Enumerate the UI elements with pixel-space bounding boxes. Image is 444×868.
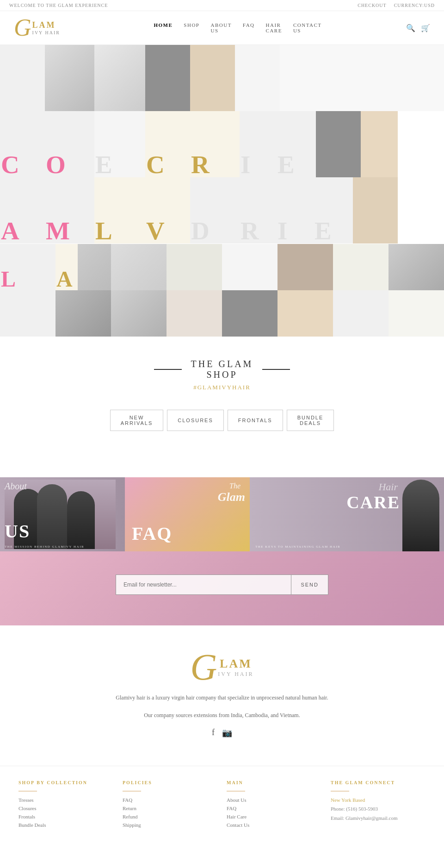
faq-the: The [229, 482, 240, 490]
navigation: G LAM IVY HAIR HOME SHOP ABOUT US FAQ HA… [0, 11, 444, 45]
footer-logo-section: G LAM IVY HAIR Glamivy hair is a luxury … [0, 625, 444, 766]
mosaic-cell [280, 45, 444, 111]
footer-big-logo[interactable]: G LAM IVY HAIR [191, 649, 254, 686]
btn-closures[interactable]: CLOSURES [167, 410, 224, 431]
search-icon[interactable]: 🔍 [406, 24, 415, 32]
logo[interactable]: G LAM IVY HAIR [14, 16, 69, 40]
footer-connect-divider [331, 791, 349, 792]
divider-line-right [262, 369, 290, 370]
mosaic-cell: V [145, 177, 190, 244]
btn-frontals[interactable]: FRONTALS [228, 410, 283, 431]
mosaic-cell [111, 290, 166, 337]
footer-link-closures[interactable]: Closures [18, 806, 113, 811]
care-subtitle: THE KEYS TO MAINTAINING GLAM HAIR [255, 545, 340, 549]
divider-line-left [154, 369, 182, 370]
about-card[interactable]: About US THE MISSION BEHIND GLAMIVY HAIR [0, 477, 125, 551]
nav-home[interactable]: HOME [154, 22, 173, 28]
mosaic-cell: D [190, 177, 240, 244]
mosaic-cell [316, 111, 361, 177]
cart-icon[interactable]: 🛒 [421, 24, 430, 32]
care-script: Hair [378, 481, 398, 493]
footer-link-refund[interactable]: Refund [123, 814, 217, 819]
mosaic-cell [190, 45, 235, 111]
footer-email: Email: Glamivyhair@gmail.com [331, 814, 426, 823]
shop-buttons: NEWARRIVALS CLOSURES FRONTALS BUNDLEDEAL… [0, 410, 444, 431]
footer-link-return[interactable]: Return [123, 806, 217, 811]
nav-shop[interactable]: SHOP [184, 22, 199, 28]
logo-g-letter: G [14, 16, 31, 40]
mosaic-cell [388, 290, 444, 337]
mosaic-cell: C [145, 111, 190, 177]
btn-bundle-deals[interactable]: BUNDLEDEALS [287, 410, 334, 431]
mosaic-cell [278, 244, 333, 290]
newsletter-send-button[interactable]: SEND [291, 575, 328, 594]
logo-glam: LAM [32, 20, 60, 30]
footer-link-contact-us[interactable]: Contact Us [227, 822, 321, 828]
mosaic-cell [45, 45, 94, 111]
logo-text: LAM IVY HAIR [32, 20, 60, 35]
mosaic-cell: R [240, 177, 277, 244]
mosaic-cell [222, 290, 278, 337]
footer-link-faq-policy[interactable]: FAQ [123, 797, 217, 803]
nav-hair-care[interactable]: HAIR CARE [266, 22, 282, 33]
footer-link-frontals[interactable]: Frontals [18, 814, 113, 819]
store-hashtag: #GLAMIVYHAIR [9, 384, 435, 391]
footer-location: New York Based [331, 797, 426, 803]
footer-logo-glam: LAM [218, 657, 253, 671]
footer-social: f 📷 [9, 728, 435, 738]
footer-link-faq-main[interactable]: FAQ [227, 806, 321, 811]
mosaic-cell [166, 244, 222, 290]
mosaic-cell: A [56, 244, 111, 290]
footer-link-about-us[interactable]: About Us [227, 797, 321, 803]
footer-link-hair-care[interactable]: Hair Care [227, 814, 321, 819]
footer-col-shop: SHOP BY COLLECTION Tresses Closures Fron… [18, 780, 113, 831]
footer-columns: SHOP BY COLLECTION Tresses Closures Fron… [0, 766, 444, 844]
care-title: CARE [346, 492, 400, 512]
instagram-icon[interactable]: 📷 [222, 728, 232, 738]
welcome-text: WELCOME TO THE GLAM EXPERIENCE [9, 3, 108, 8]
mosaic-cell: A [0, 177, 45, 244]
footer-shop-title: SHOP BY COLLECTION [18, 780, 113, 785]
mosaic-cell [0, 290, 56, 337]
currency-selector[interactable]: CURRENCY:USD [394, 3, 435, 8]
mosaic-cell [145, 45, 190, 111]
mosaic-cell: O [45, 111, 94, 177]
footer-description-1: Glamivy hair is a luxury virgin hair com… [111, 693, 333, 703]
mosaic-cell [56, 290, 111, 337]
nav-links: HOME SHOP ABOUT US FAQ HAIR CARE CONTACT… [154, 22, 322, 33]
facebook-icon[interactable]: f [212, 728, 215, 738]
nav-faq[interactable]: FAQ [243, 22, 255, 28]
nav-about[interactable]: ABOUT US [210, 22, 231, 33]
nav-contact[interactable]: CONTACT US [293, 22, 322, 33]
mosaic-cell [166, 290, 222, 337]
mosaic-cell [361, 111, 398, 177]
mosaic-cell: I [240, 111, 277, 177]
footer-policies-title: POLICIES [123, 780, 217, 785]
footer-connect-title: THE GLAM CONNECT [331, 780, 426, 785]
btn-new-arrivals[interactable]: NEWARRIVALS [110, 410, 164, 431]
store-section: THE GLAM SHOP #GLAMIVYHAIR [0, 337, 444, 400]
footer-link-tresses[interactable]: Tresses [18, 797, 113, 803]
footer-policies-divider [123, 791, 141, 792]
footer-col-policies: POLICIES FAQ Return Refund Shipping [123, 780, 217, 831]
footer-shop-divider [18, 791, 37, 792]
footer-main-divider [227, 791, 245, 792]
footer-link-shipping[interactable]: Shipping [123, 822, 217, 828]
footer-logo-g: G [191, 649, 217, 686]
faq-glam: Glam [218, 490, 245, 504]
footer-link-bundle-deals[interactable]: Bundle Deals [18, 822, 113, 828]
store-title: THE GLAM SHOP [191, 359, 253, 380]
mosaic-row-extra: L A [0, 244, 444, 290]
care-card[interactable]: Hair CARE THE KEYS TO MAINTAINING GLAM H… [250, 477, 444, 551]
footer-main-title: MAIN [227, 780, 321, 785]
hero-mosaic: C O E C R I E A M L [0, 45, 444, 244]
mosaic-cell [333, 244, 388, 290]
newsletter-input[interactable] [116, 575, 291, 594]
mosaic-cell [235, 45, 280, 111]
faq-card[interactable]: The Glam FAQ [125, 477, 250, 551]
footer-logo-ivy: IVY HAIR [218, 671, 253, 678]
mosaic-cell: R [190, 111, 240, 177]
newsletter-form: SEND [116, 575, 328, 595]
mosaic-cell [0, 45, 45, 111]
checkout-link[interactable]: CHECKOUT [358, 3, 386, 8]
